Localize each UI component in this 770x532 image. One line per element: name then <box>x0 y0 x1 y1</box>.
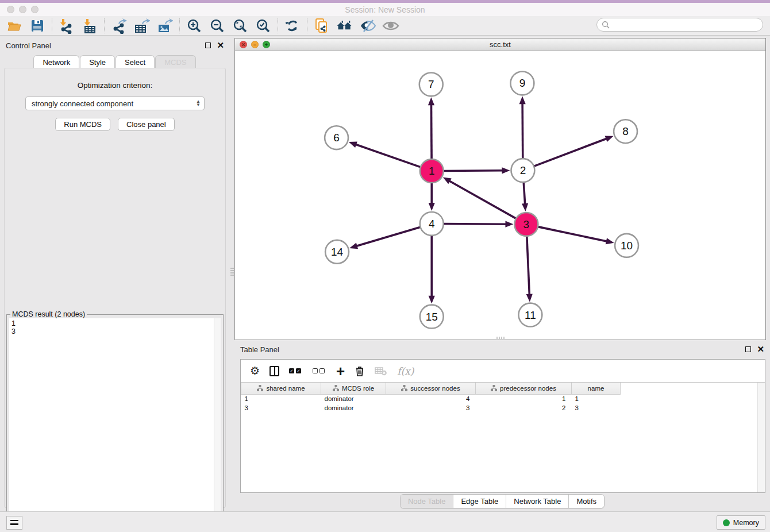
window-title: Session: New Session <box>0 5 770 14</box>
import-table-icon[interactable] <box>81 18 98 34</box>
edge-1-6[interactable] <box>355 144 421 167</box>
node-table: shared nameMCDS rolesuccessor nodesprede… <box>241 383 621 413</box>
select-all-icon[interactable] <box>289 364 303 379</box>
column-header-predecessor-nodes[interactable]: predecessor nodes <box>476 383 572 394</box>
save-session-icon[interactable] <box>29 18 46 34</box>
criterion-select[interactable]: strongly connected component ▲▼ <box>25 97 205 110</box>
float-panel-icon[interactable] <box>205 43 211 48</box>
arrowhead-icon <box>349 141 357 148</box>
tab-node-table[interactable]: Node Table <box>401 495 454 508</box>
search-input[interactable] <box>610 19 763 30</box>
graph-node-label: 2 <box>520 164 526 176</box>
network-window-titlebar[interactable]: ✕ − + scc.txt <box>235 38 765 51</box>
tree-icon <box>257 385 263 391</box>
memory-button[interactable]: Memory <box>717 515 765 530</box>
tab-motifs[interactable]: Motifs <box>569 495 604 508</box>
table-panel: Table Panel ✕ ⚙ + f(x) shared nameMCDS r… <box>234 342 770 511</box>
criterion-selected-value: strongly connected component <box>32 99 133 108</box>
graph-node-label: 8 <box>622 125 629 137</box>
delete-table-icon[interactable] <box>375 364 387 379</box>
memory-label: Memory <box>733 519 759 527</box>
edge-3-10[interactable] <box>538 227 607 242</box>
deselect-all-icon[interactable] <box>313 364 326 379</box>
refresh-icon[interactable] <box>284 18 301 34</box>
edge-2-3[interactable] <box>523 182 525 205</box>
zoom-in-icon[interactable] <box>186 18 203 34</box>
table-row[interactable]: 3dominator323 <box>241 403 621 413</box>
panel-divider[interactable] <box>230 38 234 511</box>
arrowhead-icon <box>519 96 526 104</box>
edge-3-1[interactable] <box>449 180 516 218</box>
mcds-result-box: MCDS result (2 nodes) 1 3 <box>6 314 224 532</box>
graph-node-label: 3 <box>523 218 530 230</box>
arrowhead-icon <box>502 167 510 174</box>
zoom-out-icon[interactable] <box>209 18 226 34</box>
control-panel: Control Panel ✕ NetworkStyleSelectMCDS O… <box>0 38 230 511</box>
tree-icon <box>401 385 407 391</box>
tab-edge-table[interactable]: Edge Table <box>453 495 506 508</box>
function-builder-icon[interactable]: f(x) <box>397 364 414 379</box>
close-panel-button[interactable]: Close panel <box>118 118 175 131</box>
export-table-icon[interactable] <box>133 18 151 34</box>
zoom-selected-icon[interactable] <box>255 18 272 34</box>
close-panel-icon[interactable]: ✕ <box>217 43 224 48</box>
column-header-MCDS-role[interactable]: MCDS role <box>321 383 386 394</box>
close-table-panel-icon[interactable]: ✕ <box>757 346 764 352</box>
tab-network-table[interactable]: Network Table <box>506 495 569 508</box>
divider-grip[interactable] <box>230 268 234 277</box>
edge-4-14[interactable] <box>356 227 421 246</box>
arrowhead-icon <box>522 203 528 211</box>
column-header-name[interactable]: name <box>572 383 621 394</box>
graph-node-label: 1 <box>429 165 435 177</box>
network-canvas[interactable]: 7968124314101511 <box>235 51 765 340</box>
graph-node-label: 15 <box>426 311 438 323</box>
run-mcds-button[interactable]: Run MCDS <box>55 118 110 131</box>
export-network-icon[interactable] <box>110 18 128 34</box>
column-header-successor-nodes[interactable]: successor nodes <box>386 383 476 394</box>
add-column-icon[interactable]: + <box>336 364 345 379</box>
optimization-criterion-label: Optimization criterion: <box>5 81 225 90</box>
arrowhead-icon <box>606 238 614 244</box>
mcds-result-text[interactable]: 1 3 <box>9 318 214 531</box>
network-window-title: scc.txt <box>235 40 765 49</box>
edge-2-9[interactable] <box>522 103 523 159</box>
control-panel-title: Control Panel <box>6 41 51 50</box>
reset-view-icon[interactable] <box>336 18 353 34</box>
clone-network-icon[interactable] <box>313 18 330 34</box>
birdseye-view-icon[interactable] <box>382 18 399 34</box>
column-visibility-icon[interactable] <box>270 364 279 379</box>
zoom-fit-icon[interactable] <box>232 18 249 34</box>
edge-1-2[interactable] <box>444 171 503 171</box>
float-table-panel-icon[interactable] <box>745 346 751 352</box>
table-row[interactable]: 1dominator411 <box>241 394 621 403</box>
arrowhead-icon <box>349 243 358 249</box>
edge-2-8[interactable] <box>534 138 607 166</box>
network-window-grip[interactable] <box>496 337 505 339</box>
edge-3-11[interactable] <box>527 236 530 295</box>
network-graph[interactable]: 7968124314101511 <box>235 51 765 340</box>
memory-status-icon <box>723 519 730 526</box>
mcds-result-scrollbar[interactable] <box>214 318 221 531</box>
table-scrollbar[interactable] <box>757 383 765 492</box>
open-file-icon[interactable] <box>6 18 23 34</box>
arrowhead-icon <box>429 203 435 211</box>
delete-column-icon[interactable] <box>355 364 365 379</box>
edge-4-3[interactable] <box>444 224 507 225</box>
search-field[interactable] <box>596 18 763 32</box>
column-header-shared-name[interactable]: shared name <box>241 383 321 394</box>
edge-1-7[interactable] <box>431 104 432 159</box>
graph-node-label: 10 <box>621 240 633 252</box>
import-network-icon[interactable] <box>58 18 75 34</box>
table-header-row[interactable]: shared nameMCDS rolesuccessor nodesprede… <box>241 383 621 394</box>
export-image-icon[interactable] <box>156 18 174 34</box>
graph-node-label: 14 <box>331 246 343 258</box>
tree-icon <box>333 385 339 391</box>
select-arrows-icon: ▲▼ <box>196 100 201 107</box>
graph-node-label: 4 <box>429 218 435 230</box>
task-history-button[interactable] <box>6 516 22 530</box>
main-toolbar <box>0 16 770 36</box>
table-settings-icon[interactable]: ⚙ <box>250 364 260 379</box>
arrowhead-icon <box>429 296 435 304</box>
toggle-graphics-details-icon[interactable] <box>359 18 376 34</box>
arrowhead-icon <box>605 136 614 141</box>
